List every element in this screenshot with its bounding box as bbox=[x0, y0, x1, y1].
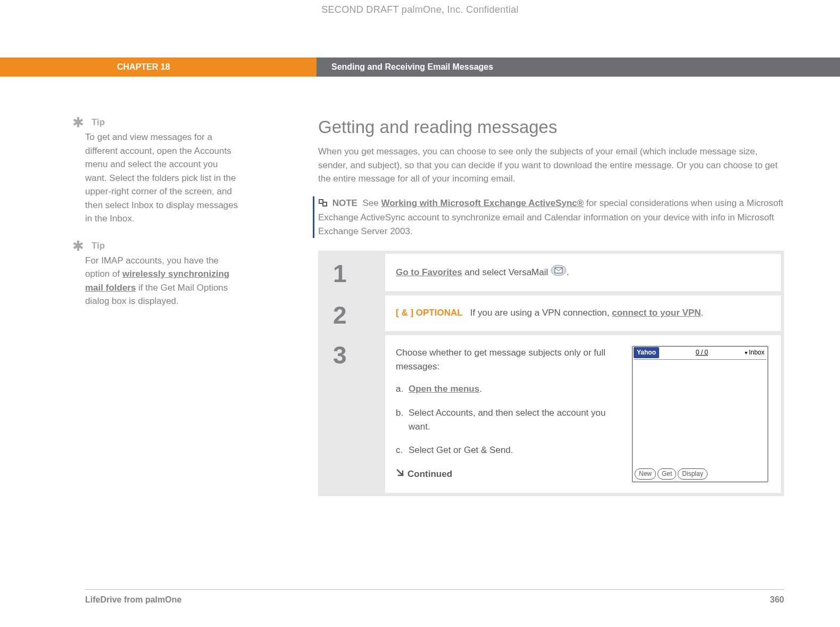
device-message-count: 0 / 0 bbox=[659, 348, 745, 358]
note-text: See bbox=[362, 198, 381, 208]
device-folder-picker[interactable]: ▾Inbox bbox=[745, 348, 767, 358]
substep-text: Select Get or Get & Send. bbox=[409, 443, 513, 457]
intro-paragraph: When you get messages, you can choose to… bbox=[318, 145, 784, 186]
sidebar: ✱ Tip To get and view messages for a dif… bbox=[85, 117, 255, 496]
substep: c. Select Get or Get & Send. bbox=[396, 443, 617, 457]
activesync-link[interactable]: Working with Microsoft Exchange ActiveSy… bbox=[381, 198, 584, 208]
continued-text: Continued bbox=[407, 467, 452, 481]
steps-container: 1 Go to Favorites and select VersaMail .… bbox=[318, 251, 784, 496]
main-column: Getting and reading messages When you ge… bbox=[318, 117, 784, 496]
page-content: ✱ Tip To get and view messages for a dif… bbox=[85, 117, 784, 496]
footer-page-number: 360 bbox=[770, 595, 784, 605]
step-body: [ & ] OPTIONAL If you are using a VPN co… bbox=[385, 295, 781, 331]
device-new-button[interactable]: New bbox=[635, 468, 656, 480]
step-sublist: a. Open the menus. b. Select Accounts, a… bbox=[396, 382, 617, 457]
step-number: 2 bbox=[321, 295, 385, 331]
note-label: NOTE bbox=[332, 198, 357, 208]
device-folder-label: Inbox bbox=[749, 349, 764, 356]
tip-block: ✱ Tip To get and view messages for a dif… bbox=[85, 117, 239, 226]
footer-product: LifeDrive from palmOne bbox=[85, 595, 181, 605]
tip-block: ✱ Tip For IMAP accounts, you have the op… bbox=[85, 241, 239, 308]
versamail-icon bbox=[551, 265, 567, 280]
device-get-button[interactable]: Get bbox=[658, 468, 676, 480]
asterisk-icon: ✱ bbox=[70, 117, 84, 128]
dropdown-triangle-icon: ▾ bbox=[745, 350, 747, 356]
step-body: Go to Favorites and select VersaMail . bbox=[385, 254, 781, 291]
step-row: 2 [ & ] OPTIONAL If you are using a VPN … bbox=[321, 295, 781, 331]
step-number: 1 bbox=[321, 254, 385, 291]
asterisk-icon: ✱ bbox=[70, 241, 84, 251]
continued-arrow-icon bbox=[396, 467, 404, 481]
step-row: 1 Go to Favorites and select VersaMail . bbox=[321, 254, 781, 291]
tip-label: Tip bbox=[92, 117, 105, 128]
note-icon bbox=[318, 197, 328, 211]
substep-letter: a. bbox=[396, 382, 409, 396]
tip-body: For IMAP accounts, you have the option o… bbox=[85, 254, 239, 308]
device-screenshot: Yahoo 0 / 0 ▾Inbox New Get Display bbox=[632, 346, 768, 482]
chapter-label: CHAPTER 18 bbox=[0, 57, 317, 77]
optional-label: [ & ] OPTIONAL bbox=[396, 308, 463, 318]
open-menus-link[interactable]: Open the menus bbox=[409, 384, 479, 394]
note-block: NOTE See Working with Microsoft Exchange… bbox=[313, 196, 784, 238]
go-to-favorites-link[interactable]: Go to Favorites bbox=[396, 267, 462, 277]
step-row: 3 Choose whether to get message subjects… bbox=[321, 335, 781, 493]
device-display-button[interactable]: Display bbox=[678, 468, 707, 480]
tip-label: Tip bbox=[92, 241, 105, 251]
step-text: and select VersaMail bbox=[462, 267, 551, 277]
continued-label: Continued bbox=[396, 467, 617, 481]
substep-text: Select Accounts, and then select the acc… bbox=[409, 406, 617, 434]
substep: a. Open the menus. bbox=[396, 382, 617, 396]
chapter-title: Sending and Receiving Email Messages bbox=[317, 57, 840, 77]
watermark-text: SECOND DRAFT palmOne, Inc. Confidential bbox=[0, 4, 840, 15]
substep: b. Select Accounts, and then select the … bbox=[396, 406, 617, 434]
step-text: If you are using a VPN connection, bbox=[470, 308, 612, 318]
substep-text: . bbox=[479, 384, 482, 394]
step-text: . bbox=[567, 267, 569, 277]
page-footer: LifeDrive from palmOne 360 bbox=[85, 589, 784, 605]
page-heading: Getting and reading messages bbox=[318, 117, 784, 137]
step-body: Choose whether to get message subjects o… bbox=[385, 335, 781, 493]
chapter-header: CHAPTER 18 Sending and Receiving Email M… bbox=[0, 57, 840, 77]
substep-letter: c. bbox=[396, 443, 409, 457]
substep-letter: b. bbox=[396, 406, 409, 434]
device-account-label: Yahoo bbox=[634, 347, 659, 358]
step-number: 3 bbox=[321, 335, 385, 493]
step-text: . bbox=[701, 308, 703, 318]
tip-body: To get and view messages for a different… bbox=[85, 130, 239, 226]
step-lead: Choose whether to get message subjects o… bbox=[396, 346, 617, 374]
connect-vpn-link[interactable]: connect to your VPN bbox=[612, 308, 701, 318]
device-divider bbox=[634, 359, 767, 360]
